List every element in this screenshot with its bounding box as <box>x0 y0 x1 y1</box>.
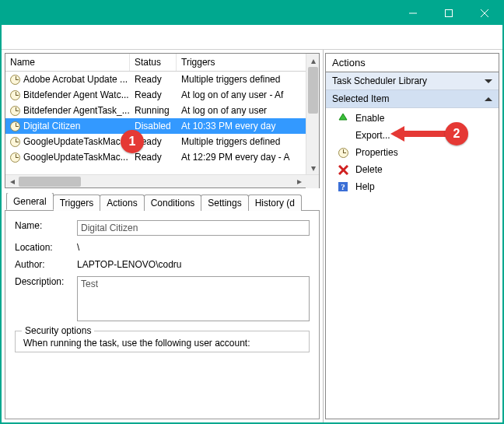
task-name: Digital Citizen <box>23 121 80 131</box>
action-help-label: Help <box>355 181 375 192</box>
scroll-left-icon[interactable]: ◂ <box>5 175 19 188</box>
task-trigger: At log on of any user - Af <box>177 89 306 100</box>
clock-icon <box>10 121 20 131</box>
action-properties-label: Properties <box>355 147 398 158</box>
task-trigger: At 12:29 PM every day - A <box>177 152 306 163</box>
close-button[interactable] <box>467 2 502 25</box>
actions-group-library-label: Task Scheduler Library <box>332 75 427 86</box>
task-trigger: At log on of any user <box>177 105 306 116</box>
delete-icon <box>337 163 349 176</box>
minimize-button[interactable] <box>395 2 431 25</box>
action-enable-label: Enable <box>355 113 384 124</box>
window-titlebar <box>2 2 502 25</box>
task-status: Ready <box>130 89 177 100</box>
action-export-label: Export... <box>355 130 390 141</box>
svg-marker-4 <box>339 114 347 120</box>
annotation-arrow-2 <box>390 122 453 145</box>
svg-text:?: ? <box>341 182 345 191</box>
location-value: \ <box>77 242 310 253</box>
task-list-header: Name Status Triggers <box>5 54 306 72</box>
clock-icon <box>10 90 20 100</box>
author-value: LAPTOP-LENOVO\codru <box>77 259 310 270</box>
tab-history[interactable]: History (d <box>248 194 302 211</box>
tab-actions[interactable]: Actions <box>100 194 144 211</box>
annotation-badge-1: 1 <box>121 130 144 153</box>
tab-conditions[interactable]: Conditions <box>144 194 202 211</box>
task-row[interactable]: Bitdefender AgentTask_...RunningAt log o… <box>5 103 306 118</box>
name-field[interactable] <box>77 220 310 236</box>
scroll-right-icon[interactable]: ▸ <box>292 175 306 188</box>
task-name: GoogleUpdateTaskMac... <box>23 136 128 147</box>
task-name: GoogleUpdateTaskMac... <box>23 152 128 163</box>
description-label: Description: <box>15 276 71 287</box>
task-status: Ready <box>130 152 177 163</box>
action-properties[interactable]: Properties <box>326 144 499 161</box>
enable-icon <box>337 112 349 124</box>
task-row[interactable]: Bitdefender Agent Watc...ReadyAt log on … <box>5 87 306 103</box>
name-label: Name: <box>15 220 71 231</box>
actions-pane: Actions Task Scheduler Library Selected … <box>324 50 502 422</box>
clock-icon <box>10 75 20 85</box>
task-trigger: At 10:33 PM every day <box>177 121 306 131</box>
column-header-triggers[interactable]: Triggers <box>177 54 306 71</box>
scroll-up-icon[interactable]: ▴ <box>306 54 319 67</box>
task-detail: General Triggers Actions Conditions Sett… <box>5 193 320 419</box>
action-delete[interactable]: Delete <box>326 161 499 178</box>
task-list: Name Status Triggers Adobe Acrobat Updat… <box>5 53 320 188</box>
task-list-hscroll[interactable]: ◂ ▸ <box>5 174 319 187</box>
task-name: Bitdefender Agent Watc... <box>23 89 129 100</box>
tab-triggers[interactable]: Triggers <box>53 194 101 211</box>
security-options-group: Security options When running the task, … <box>15 331 310 352</box>
task-status: Ready <box>130 74 177 85</box>
svg-rect-1 <box>446 10 453 17</box>
task-name: Adobe Acrobat Update ... <box>23 74 128 85</box>
tab-content-general: Name: Location: \ Author: LAPTOP-LENOVO\… <box>5 210 320 419</box>
help-icon: ? <box>337 180 349 193</box>
tab-settings[interactable]: Settings <box>201 194 248 211</box>
actions-pane-title: Actions <box>325 53 499 72</box>
column-header-status[interactable]: Status <box>130 54 177 71</box>
task-trigger: Multiple triggers defined <box>177 74 306 85</box>
security-options-legend: Security options <box>22 325 94 336</box>
clock-icon <box>10 137 20 147</box>
actions-group-library[interactable]: Task Scheduler Library <box>326 72 499 90</box>
properties-icon <box>337 146 349 159</box>
task-list-vscroll[interactable]: ▴ ▾ <box>306 54 319 174</box>
task-row[interactable]: Digital CitizenDisabledAt 10:33 PM every… <box>5 118 306 134</box>
chevron-down-icon <box>485 79 492 83</box>
task-row[interactable]: Adobe Acrobat Update ...ReadyMultiple tr… <box>5 72 306 87</box>
chevron-up-icon <box>485 97 492 101</box>
actions-group-selected-label: Selected Item <box>332 93 389 104</box>
task-trigger: Multiple triggers defined <box>177 136 306 147</box>
annotation-badge-2: 2 <box>445 122 468 145</box>
task-row[interactable]: GoogleUpdateTaskMac...ReadyAt 12:29 PM e… <box>5 149 306 165</box>
tab-general[interactable]: General <box>6 193 54 210</box>
location-label: Location: <box>15 242 71 253</box>
action-delete-label: Delete <box>355 164 383 175</box>
task-row[interactable]: GoogleUpdateTaskMac...ReadyMultiple trig… <box>5 134 306 149</box>
column-header-name[interactable]: Name <box>5 54 130 71</box>
task-status: Disabled <box>130 121 177 131</box>
clock-icon <box>10 152 20 163</box>
action-help[interactable]: ? Help <box>326 178 499 195</box>
left-pane: Name Status Triggers Adobe Acrobat Updat… <box>2 50 324 422</box>
toolbar-strip <box>2 25 502 50</box>
export-icon <box>337 129 349 142</box>
svg-marker-10 <box>390 126 404 142</box>
scroll-down-icon[interactable]: ▾ <box>306 161 319 174</box>
author-label: Author: <box>15 259 71 270</box>
security-options-text: When running the task, use the following… <box>23 338 301 349</box>
maximize-button[interactable] <box>431 2 467 25</box>
actions-group-selected[interactable]: Selected Item <box>326 90 499 108</box>
clock-icon <box>10 106 20 116</box>
task-status: Running <box>130 105 177 116</box>
task-name: Bitdefender AgentTask_... <box>23 105 130 116</box>
description-field[interactable] <box>77 276 310 321</box>
